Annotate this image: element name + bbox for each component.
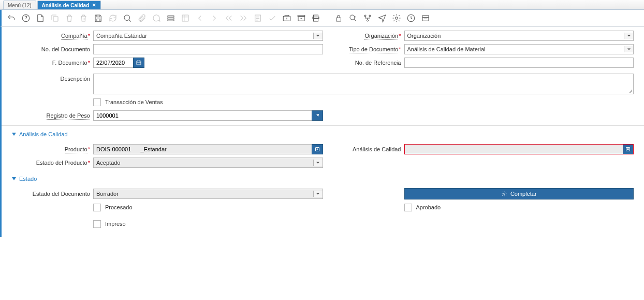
svg-rect-19 [137,61,141,65]
customize-icon[interactable] [420,12,431,24]
transaccion-ventas-label: Transacción de Ventas [105,99,163,105]
collapse-icon [12,177,16,180]
chevron-down-icon[interactable] [624,33,633,39]
estado-documento-value: Borrador [96,191,119,197]
print-icon[interactable] [310,12,321,24]
divider [2,125,644,126]
no-documento-label: No. del Documento [12,46,93,52]
section-estado-header[interactable]: Estado [12,175,634,184]
parent-record-icon [180,12,191,24]
transaccion-ventas-checkbox[interactable]: Transacción de Ventas [93,98,163,106]
product-info-icon[interactable] [281,12,292,24]
svg-rect-11 [336,18,341,21]
estado-producto-select[interactable]: Aceptado [93,158,323,168]
chevron-down-icon[interactable] [313,33,323,39]
organizacion-select[interactable]: Organización [404,31,634,41]
next-record-icon [209,12,220,24]
attach-icon [136,12,148,24]
checkbox-box [93,98,101,106]
chevron-down-icon[interactable] [313,160,323,166]
tipo-documento-label: Tipo de Documento [349,46,399,53]
tab-analisis-calidad-label: Análisis de Calidad [42,3,90,8]
section-analisis-header[interactable]: Análisis de Calidad [12,130,634,139]
checkbox-box [93,220,101,228]
registro-peso-input[interactable] [93,110,312,121]
compania-label: Compañía [61,33,87,40]
product-lookup-icon[interactable] [312,144,323,154]
no-referencia-label: No. de Referencia [323,60,404,66]
new-icon[interactable] [35,12,46,24]
search-icon[interactable] [122,12,133,24]
save-icon[interactable] [93,12,104,24]
organizacion-label: Organización [364,33,398,40]
no-documento-input[interactable] [93,44,323,54]
compania-value: Compañía Estándar [96,33,147,39]
no-referencia-input[interactable] [404,58,634,68]
svg-rect-5 [168,20,174,21]
request-icon[interactable] [376,12,388,24]
f-documento-input[interactable] [93,58,134,68]
copy-icon [49,12,61,24]
svg-rect-3 [168,16,174,17]
analisis-lookup-icon[interactable] [623,144,634,154]
producto-input [93,144,312,154]
section-estado-title: Estado [19,176,37,182]
approve-icon [267,12,278,24]
tipo-documento-select[interactable]: Análisis de Calidad de Material [404,44,634,54]
close-icon[interactable]: ✕ [92,3,96,8]
svg-rect-6 [182,15,188,21]
toolbar [0,10,644,27]
calendar-icon[interactable] [133,58,144,68]
help-icon[interactable] [20,12,32,24]
undo-icon[interactable] [6,12,17,24]
procesado-label: Procesado [105,204,133,210]
schedule-icon[interactable] [405,12,417,24]
svg-point-23 [503,193,505,195]
section-analisis-title: Análisis de Calidad [19,131,68,137]
descripcion-input[interactable] [93,74,634,94]
grid-toggle-icon[interactable] [165,12,177,24]
analisis-calidad-input[interactable] [404,144,623,154]
svg-point-13 [364,15,366,17]
svg-point-15 [367,20,369,21]
last-record-icon [238,12,249,24]
workflow-icon[interactable] [362,12,373,24]
impreso-label: Impreso [105,221,126,227]
estado-documento-label: Estado del Documento [12,191,93,197]
tab-menu-label: Menú (12) [8,3,32,8]
registro-peso-label: Registro de Peso [47,112,90,120]
svg-point-16 [396,17,398,20]
zoom-across-icon[interactable] [347,12,359,24]
gear-icon [501,191,507,197]
svg-rect-10 [314,19,318,21]
refresh-icon [107,12,119,24]
checkbox-box [404,204,412,211]
tab-analisis-calidad[interactable]: Análisis de Calidad ✕ [37,1,101,9]
prev-record-icon [194,12,206,24]
completar-button[interactable]: Completar [404,188,634,199]
compania-select[interactable]: Compañía Estándar [93,31,323,41]
svg-point-14 [369,15,371,17]
producto-label: Producto [65,146,87,153]
aprobado-label: Aprobado [416,204,441,210]
checkbox-box [93,204,101,211]
svg-rect-22 [627,149,629,150]
first-record-icon [223,12,235,24]
completar-label: Completar [510,191,537,197]
lock-icon[interactable] [333,12,344,24]
chevron-down-icon [313,191,323,197]
svg-rect-18 [422,16,429,21]
delete-all-icon [78,12,90,24]
estado-producto-value: Aceptado [96,160,120,166]
descripcion-label: Descripción [12,74,93,82]
requery-icon[interactable] [312,110,323,121]
procesado-checkbox: Procesado [93,204,133,211]
archive-icon[interactable] [296,12,307,24]
chevron-down-icon[interactable] [624,46,633,52]
tab-menu[interactable]: Menú (12) [3,1,36,9]
estado-producto-label: Estado del Producto [36,160,87,166]
svg-rect-1 [53,17,58,21]
process-icon[interactable] [391,12,402,24]
estado-documento-select: Borrador [93,189,323,199]
organizacion-value: Organización [407,33,441,39]
